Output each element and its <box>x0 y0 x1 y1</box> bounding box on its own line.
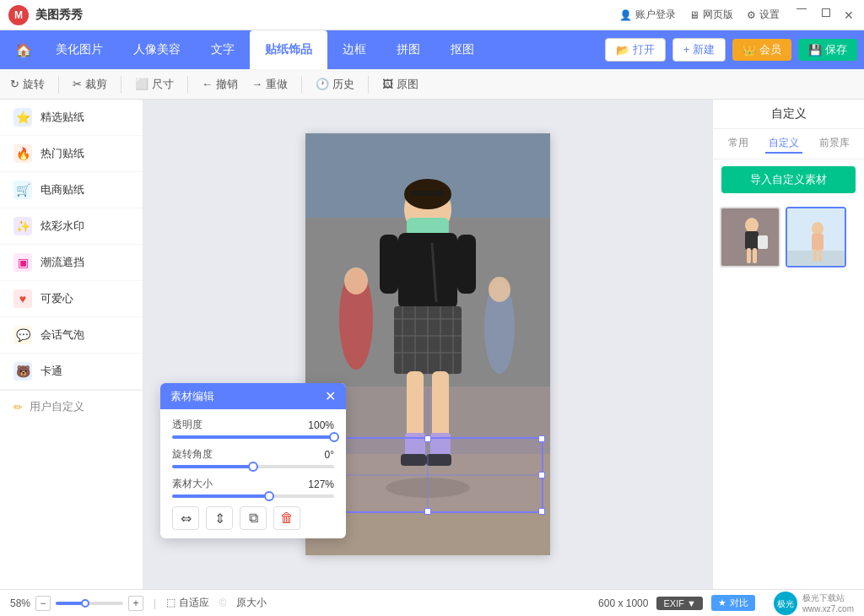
watermark: 极光 极光下载站 www.xz7.com <box>772 590 854 617</box>
handle-bot-center[interactable] <box>424 508 431 515</box>
app-logo: M <box>8 5 29 25</box>
thumbnail-2[interactable] <box>786 207 846 267</box>
rotation-slider-thumb[interactable] <box>248 462 258 472</box>
zoom-slider-track[interactable] <box>56 602 123 605</box>
delete-btn[interactable]: 🗑 <box>273 506 300 530</box>
fp-body: 透明度 100% 旋转角度 0° <box>160 409 346 538</box>
import-custom-btn[interactable]: 导入自定义素材 <box>721 166 856 193</box>
thumbnail-1[interactable] <box>720 207 780 267</box>
thumb-img-1 <box>721 208 779 266</box>
handle-mid-right[interactable] <box>538 472 545 478</box>
svg-rect-44 <box>818 249 822 262</box>
opacity-slider[interactable] <box>172 435 334 439</box>
rotate-icon: ↻ <box>10 78 19 90</box>
jingxuan-icon: ⭐ <box>14 108 32 127</box>
vip-btn[interactable]: 👑 会员 <box>732 39 791 61</box>
shop-icon: 🛒 <box>14 181 32 199</box>
nav-item-portrait[interactable]: 人像美容 <box>118 30 196 69</box>
minimize-btn[interactable] <box>796 8 807 9</box>
zoom-slider-thumb[interactable] <box>81 599 89 608</box>
toolbar-undo[interactable]: ← 撤销 <box>202 77 238 92</box>
toolbar-crop[interactable]: ✂ 裁剪 <box>73 77 107 92</box>
original-size-btn[interactable]: 原大小 <box>236 596 267 610</box>
toolbar: ↻ 旋转 ✂ 裁剪 ⬜ 尺寸 ← 撤销 → 重做 🕐 历史 🖼 原图 <box>0 69 864 100</box>
size-slider[interactable] <box>172 494 334 498</box>
title-bar-left: M 美图秀秀 <box>8 5 83 25</box>
svg-rect-37 <box>753 248 757 263</box>
nav-item-cutout[interactable]: 抠图 <box>435 30 489 69</box>
nav-item-border[interactable]: 边框 <box>327 30 381 69</box>
close-btn[interactable]: ✕ <box>844 8 854 22</box>
sidebar-item-huacai[interactable]: ✨ 炫彩水印 <box>0 208 143 245</box>
size-slider-fill <box>172 494 269 498</box>
guide-line-horizontal <box>314 475 542 476</box>
right-panel-title: 自定义 <box>713 100 864 129</box>
rotation-slider-fill <box>172 465 253 468</box>
fp-header: 素材编辑 ✕ <box>160 383 346 409</box>
size-slider-thumb[interactable] <box>264 491 274 501</box>
nav-item-collage[interactable]: 拼图 <box>381 30 435 69</box>
nav-item-sticker[interactable]: 贴纸饰品 <box>250 30 327 69</box>
settings-btn[interactable]: ⚙ 设置 <box>747 8 780 22</box>
toolbar-redo[interactable]: → 重做 <box>251 77 288 92</box>
original-icon: 🖼 <box>382 78 393 90</box>
fit-btn[interactable]: ⬚ 自适应 <box>166 596 208 610</box>
history-icon: 🕐 <box>316 78 329 90</box>
star-icon: ★ <box>718 597 726 608</box>
thumb-img-2 <box>787 208 845 266</box>
tab-custom[interactable]: 自定义 <box>765 134 802 154</box>
rotation-slider[interactable] <box>172 465 334 468</box>
nav-item-beautify[interactable]: 美化图片 <box>40 30 118 69</box>
flip-h-btn[interactable]: ⇔ <box>172 506 199 530</box>
account-btn[interactable]: 👤 账户登录 <box>619 8 676 22</box>
crown-icon: 👑 <box>742 44 756 57</box>
opacity-slider-thumb[interactable] <box>329 432 339 442</box>
nav-home-btn[interactable]: 🏠 <box>7 30 40 69</box>
sidebar-item-cute[interactable]: ♥ 可爱心 <box>0 281 143 317</box>
toolbar-rotate[interactable]: ↻ 旋转 <box>10 77 45 92</box>
toolbar-size[interactable]: ⬜ 尺寸 <box>135 77 174 92</box>
sidebar-item-cartoon[interactable]: 🐻 卡通 <box>0 354 143 390</box>
image-dimensions: 600 x 1000 <box>598 597 648 609</box>
main-layout: ⭐ 精选贴纸 🔥 热门贴纸 🛒 电商贴纸 ✨ 炫彩水印 ▣ 潮流遮挡 ♥ 可爱心… <box>0 100 864 589</box>
title-bar-right: 👤 账户登录 🖥 网页版 ⚙ 设置 ✕ <box>619 8 856 22</box>
nav-item-text[interactable]: 文字 <box>196 30 250 69</box>
maximize-btn[interactable] <box>822 8 830 17</box>
sidebar-item-chat[interactable]: 💬 会话气泡 <box>0 317 143 354</box>
left-sidebar: ⭐ 精选贴纸 🔥 热门贴纸 🛒 电商贴纸 ✨ 炫彩水印 ▣ 潮流遮挡 ♥ 可爱心… <box>0 100 143 589</box>
tab-common[interactable]: 常用 <box>725 134 752 154</box>
toolbar-sep-5 <box>368 76 369 93</box>
cartoon-icon: 🐻 <box>14 362 32 381</box>
exif-btn[interactable]: EXIF ▼ <box>656 597 702 610</box>
zoom-out-btn[interactable]: − <box>35 596 51 611</box>
svg-rect-35 <box>745 231 759 250</box>
web-btn[interactable]: 🖥 网页版 <box>689 8 733 22</box>
sidebar-bottom: ✏ 用户自定义 <box>0 390 143 423</box>
floating-panel: 素材编辑 ✕ 透明度 100% <box>160 383 346 538</box>
fp-close-btn[interactable]: ✕ <box>325 388 336 404</box>
watermark-logo: 极光 <box>772 590 799 617</box>
undo-icon: ← <box>202 78 213 90</box>
sidebar-item-jingxuan[interactable]: ⭐ 精选贴纸 <box>0 100 143 136</box>
window-controls: ✕ <box>793 8 856 22</box>
contrast-btn[interactable]: ★ 对比 <box>711 595 755 611</box>
handle-top-right[interactable] <box>538 435 545 442</box>
tab-foreground[interactable]: 前景库 <box>816 134 853 154</box>
user-custom-btn[interactable]: ✏ 用户自定义 <box>0 391 143 423</box>
redo-icon: → <box>251 78 262 90</box>
handle-bot-right[interactable] <box>538 508 545 515</box>
sidebar-item-shop[interactable]: 🛒 电商贴纸 <box>0 172 143 208</box>
sidebar-item-hot[interactable]: 🔥 热门贴纸 <box>0 136 143 172</box>
flip-v-btn[interactable]: ⇕ <box>206 506 233 530</box>
svg-rect-38 <box>758 235 768 249</box>
new-btn[interactable]: + 新建 <box>672 38 726 62</box>
selection-box[interactable] <box>312 437 543 513</box>
toolbar-history[interactable]: 🕐 历史 <box>316 77 354 92</box>
sidebar-item-chaoliu[interactable]: ▣ 潮流遮挡 <box>0 245 143 281</box>
handle-top-center[interactable] <box>424 435 431 442</box>
save-btn[interactable]: 💾 保存 <box>798 39 857 61</box>
toolbar-original[interactable]: 🖼 原图 <box>382 77 418 92</box>
copy-btn[interactable]: ⧉ <box>240 506 267 530</box>
open-btn[interactable]: 📂 打开 <box>605 38 666 62</box>
zoom-in-btn[interactable]: + <box>128 596 143 611</box>
